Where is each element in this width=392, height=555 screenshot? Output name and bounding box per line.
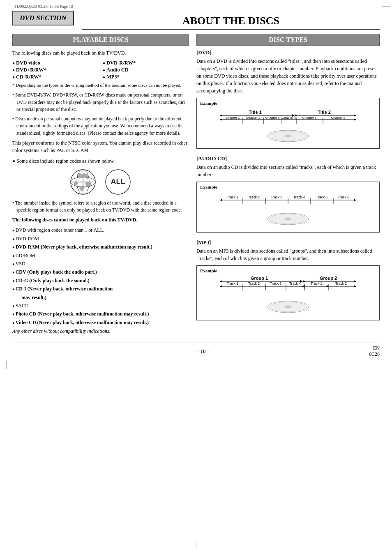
- right-column: DISC TYPES [DVD] Data on a DVD is divide…: [196, 34, 380, 334]
- cannot-play-item-2: DVD-ROM: [12, 235, 189, 243]
- disc-item-cdr-rw: CD-R/RW*: [12, 74, 99, 80]
- cannot-play-item-8: CD-I (Never play back, otherwise malfunc…: [12, 285, 189, 302]
- audio-cd-type-header: [AUDIO CD]: [196, 155, 380, 162]
- svg-text:Title 2: Title 2: [318, 110, 331, 115]
- svg-marker-87: [326, 285, 328, 288]
- svg-text:Chapter 2: Chapter 2: [331, 116, 346, 120]
- svg-marker-66: [303, 280, 305, 283]
- topbar-text: TD002.QX33 03.2.6 16:58 Page 18: [14, 4, 73, 9]
- mp3-type-text: Data on an MP3 is divided into sections …: [196, 247, 380, 262]
- top-bar: TD002.QX33 03.2.6 16:58 Page 18: [12, 4, 380, 9]
- cannot-play-item-9: SACD: [12, 302, 189, 310]
- svg-text:Chapter 4: Chapter 4: [281, 116, 296, 120]
- disc-item-dvd-plus: DVD+R/RW*: [12, 67, 99, 73]
- svg-marker-8: [220, 114, 222, 117]
- footer-right: EN 0C28: [369, 345, 380, 357]
- audio-cd-diagram: Track 1 Track 2 Track 3 Track 4: [200, 191, 376, 228]
- dvd-diagram: Title 1 Title 2 Chapter 1: [200, 107, 376, 144]
- cannot-play-item-7: CD-G (Only plays back the sound.): [12, 276, 189, 285]
- svg-text:Group 1: Group 1: [251, 276, 268, 281]
- cannot-play-list: DVD with region codes other than 1 or AL…: [12, 226, 189, 327]
- crosshair-mid-left: [2, 361, 10, 369]
- svg-text:Track 1: Track 1: [227, 195, 238, 199]
- svg-text:Track 6: Track 6: [338, 195, 349, 199]
- dvd-example-label: Example: [200, 101, 376, 106]
- svg-text:Chapter 1: Chapter 1: [302, 116, 317, 120]
- svg-text:Track 2: Track 2: [248, 195, 260, 199]
- disc-types-header: DISC TYPES: [196, 34, 380, 46]
- svg-text:Track 2: Track 2: [335, 281, 347, 286]
- svg-marker-16: [220, 118, 222, 121]
- bullet-1: Some DVD-R/RW, DVD+R/RW, or CD-R/RW disc…: [12, 92, 189, 113]
- bullet-2: Discs made on personal computers may not…: [12, 115, 189, 137]
- svg-text:Chapter 2: Chapter 2: [246, 116, 261, 120]
- asterisk-note: * Depending on the types or the writing …: [12, 82, 189, 88]
- footer: – 18 – EN 0C28: [12, 343, 380, 357]
- cannot-play-item-1: DVD with region codes other than 1 or AL…: [12, 226, 189, 234]
- region-icons-area: ALL: [12, 169, 189, 196]
- svg-text:ALL: ALL: [111, 177, 125, 186]
- svg-text:Track 4: Track 4: [289, 281, 301, 286]
- dvd-type-section: [DVD] Data on a DVD is divided into sect…: [196, 49, 380, 149]
- svg-point-60: [286, 218, 290, 220]
- color-text: This player conforms to the NTSC color s…: [12, 139, 189, 154]
- svg-text:Track 4: Track 4: [293, 195, 305, 199]
- page: TD002.QX33 03.2.6 16:58 Page 18 DVD SECT…: [0, 0, 392, 555]
- cannot-play-item-10: Photo CD (Never play back, otherwise mal…: [12, 310, 189, 318]
- disc-item-audio-cd: Audio CD: [103, 67, 189, 73]
- region-note1: The number inside the symbol refers to a…: [12, 200, 189, 214]
- svg-marker-39: [220, 199, 222, 201]
- playable-intro: The following discs can be played back o…: [12, 49, 189, 57]
- svg-text:Group 2: Group 2: [320, 276, 337, 281]
- mp3-type-section: [MP3] Data on an MP3 is divided into sec…: [196, 239, 380, 320]
- svg-marker-32: [354, 118, 356, 121]
- svg-marker-70: [220, 285, 222, 288]
- globe-icon: [70, 169, 97, 196]
- audio-cd-example-box: Example Track 1 Track 2: [196, 182, 380, 233]
- svg-text:Title 1: Title 1: [249, 110, 262, 115]
- svg-marker-67: [354, 280, 356, 283]
- audio-cd-example-label: Example: [200, 184, 376, 189]
- svg-text:Track 3: Track 3: [271, 195, 282, 199]
- mp3-diagram: Group 1 Group 2 Track 1: [200, 275, 376, 316]
- svg-marker-13: [354, 114, 356, 117]
- page-title: ABOUT THE DISCS: [82, 15, 380, 30]
- cannot-play-item-11: Video CD (Never play back, otherwise mal…: [12, 318, 189, 327]
- svg-marker-88: [354, 285, 356, 288]
- audio-cd-type-text: Data on an audio CD is divided into sect…: [196, 164, 380, 178]
- cannot-play-item-5: VSD: [12, 260, 189, 268]
- en-code: EN: [369, 345, 380, 351]
- region-bullet-label: Some discs include region codes as shown…: [16, 158, 115, 164]
- mp3-type-header: [MP3]: [196, 239, 380, 246]
- svg-point-37: [286, 135, 290, 137]
- header-area: DVD SECTION ABOUT THE DISCS: [12, 11, 380, 30]
- disc-list: DVD video DVD-R/RW* DVD+R/RW* Audio CD C…: [12, 60, 189, 80]
- svg-text:Track 1: Track 1: [227, 281, 238, 286]
- cannot-play-item-3: DVD-RAM (Never play back, otherwise malf…: [12, 243, 189, 251]
- dvd-example-box: Example Title 1 Title 2: [196, 98, 380, 149]
- playable-discs-header: PLAYABLE DISCS: [12, 34, 189, 46]
- italic-note: Any other discs without compatibility in…: [12, 328, 189, 334]
- page-number: – 18 –: [196, 348, 210, 355]
- dvd-type-text: Data on a DVD is divided into sections c…: [196, 58, 380, 94]
- svg-text:Chapter 1: Chapter 1: [225, 116, 240, 120]
- svg-text:Track 2: Track 2: [248, 281, 260, 286]
- audio-cd-type-section: [AUDIO CD] Data on an audio CD is divide…: [196, 155, 380, 233]
- region-bullet-text: ● Some discs include region codes as sho…: [12, 157, 189, 165]
- svg-point-93: [286, 306, 290, 308]
- disc-item-mp3: MP3*: [103, 74, 189, 80]
- main-content: PLAYABLE DISCS The following discs can b…: [12, 34, 380, 334]
- left-column: PLAYABLE DISCS The following discs can b…: [12, 34, 189, 334]
- disc-item-dvd-video: DVD video: [12, 60, 99, 66]
- svg-marker-55: [354, 199, 356, 201]
- all-region-icon: ALL: [105, 169, 131, 196]
- dvd-type-header: [DVD]: [196, 49, 380, 56]
- svg-text:Track 5: Track 5: [316, 195, 327, 199]
- svg-marker-83: [302, 285, 304, 288]
- cannot-play-item-4: CD-ROM: [12, 251, 189, 260]
- sub-code: 0C28: [369, 351, 380, 357]
- crosshair-bottom-center: [192, 541, 200, 549]
- cannot-play-item-6: CDV (Only plays back the audio part.): [12, 268, 189, 276]
- svg-text:Track 1: Track 1: [311, 281, 322, 286]
- disc-item-dvdr-rw: DVD-R/RW*: [103, 60, 189, 66]
